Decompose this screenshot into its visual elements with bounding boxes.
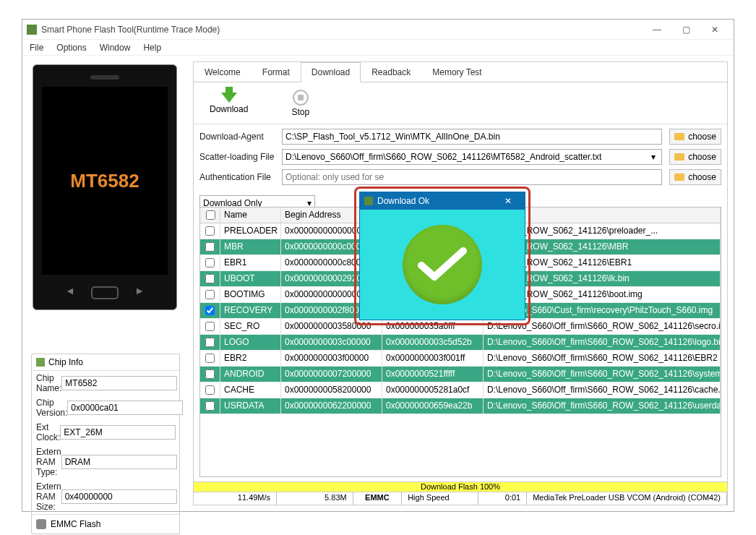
menu-help[interactable]: Help bbox=[143, 43, 161, 53]
row-checkbox[interactable] bbox=[205, 306, 215, 315]
table-row[interactable]: CACHE0x00000000582000000x000000005281a0c… bbox=[200, 382, 721, 398]
table-row[interactable]: EBR20x0000000003f000000x0000000003f001ff… bbox=[200, 351, 721, 367]
row-checkbox[interactable] bbox=[205, 274, 215, 283]
row-checkbox[interactable] bbox=[205, 338, 215, 347]
chip-name-field[interactable] bbox=[61, 376, 177, 390]
status-port: MediaTek PreLoader USB VCOM (Android) (C… bbox=[527, 492, 727, 505]
chip-ver-field[interactable] bbox=[67, 401, 183, 415]
next-icon: ► bbox=[134, 285, 145, 296]
menubar: File Options Window Help bbox=[22, 40, 734, 56]
cell-end-address: 0x00000000659ea22b bbox=[382, 398, 484, 414]
window-title: Smart Phone Flash Tool(Runtime Trace Mod… bbox=[41, 25, 643, 35]
cell-location: D:\Lenovo_S660\Off_firm\S660_ROW_S062_14… bbox=[484, 398, 721, 414]
status-speed: 11.49M/s bbox=[194, 492, 277, 505]
chip-icon bbox=[36, 358, 45, 367]
speaker-icon bbox=[90, 75, 119, 80]
row-checkbox[interactable] bbox=[205, 354, 215, 363]
chevron-down-icon: ▾ bbox=[648, 152, 658, 162]
maximize-button[interactable]: ▢ bbox=[671, 21, 700, 38]
ram-size-field[interactable] bbox=[61, 489, 177, 504]
cell-begin-address: 0x0000000007200000 bbox=[281, 367, 382, 382]
table-row[interactable]: USRDATA0x00000000622000000x00000000659ea… bbox=[200, 398, 721, 414]
row-checkbox[interactable] bbox=[205, 290, 215, 299]
cell-location: D:\Lenovo_S660\Off_firm\S660_ROW_S062_14… bbox=[484, 382, 721, 398]
tab-download[interactable]: Download bbox=[301, 62, 361, 82]
cell-name: PRELOADER bbox=[220, 223, 281, 239]
stop-icon bbox=[293, 90, 309, 106]
row-checkbox[interactable] bbox=[205, 401, 215, 411]
chip-info-panel: Chip Info Chip Name: Chip Version: Ext C… bbox=[31, 354, 180, 534]
tab-format[interactable]: Format bbox=[252, 62, 301, 82]
auth-choose-button[interactable]: choose bbox=[669, 169, 721, 185]
cell-name: SEC_RO bbox=[220, 319, 281, 334]
menu-window[interactable]: Window bbox=[100, 43, 131, 53]
tab-memtest[interactable]: Memory Test bbox=[421, 62, 492, 82]
header-checkbox[interactable] bbox=[206, 210, 215, 220]
label-ext-clock: Ext Clock: bbox=[36, 422, 60, 442]
phone-screen: MT6582 bbox=[42, 87, 168, 275]
table-row[interactable]: ANDROID0x00000000072000000x0000000521fff… bbox=[200, 367, 721, 382]
cell-end-address: 0x0000000003c5d52b bbox=[382, 335, 484, 350]
da-label: Download-Agent bbox=[199, 132, 282, 142]
status-highspeed: High Speed bbox=[402, 492, 478, 505]
toolbar: Download Stop bbox=[194, 82, 727, 124]
status-time: 0:01 bbox=[478, 492, 527, 505]
tab-welcome[interactable]: Welcome bbox=[194, 62, 252, 82]
chip-info-header: Chip Info bbox=[48, 357, 83, 367]
minimize-button[interactable]: — bbox=[643, 21, 671, 38]
row-checkbox[interactable] bbox=[205, 242, 215, 252]
scatter-path-combo[interactable]: D:\Lenovo_S660\Off_firm\S660_ROW_S062_14… bbox=[282, 149, 662, 165]
phone-preview: MT6582 ◄ ► bbox=[33, 64, 177, 310]
dialog-close-button[interactable]: ✕ bbox=[496, 196, 520, 206]
cell-name: BOOTIMG bbox=[220, 287, 281, 302]
col-name: Name bbox=[220, 207, 281, 223]
status-bar: Download Flash 100% 11.49M/s 5.83M EMMC … bbox=[194, 482, 727, 505]
home-icon bbox=[91, 286, 119, 299]
folder-icon bbox=[674, 133, 684, 140]
download-ok-dialog: Download Ok ✕ bbox=[359, 192, 525, 320]
row-checkbox[interactable] bbox=[205, 385, 215, 395]
dialog-app-icon bbox=[364, 197, 373, 205]
tabs: Welcome Format Download Readback Memory … bbox=[194, 62, 727, 82]
da-choose-button[interactable]: choose bbox=[669, 129, 721, 145]
success-check-icon bbox=[403, 225, 482, 304]
dialog-titlebar: Download Ok ✕ bbox=[360, 192, 525, 210]
da-path-field[interactable] bbox=[282, 129, 662, 145]
cell-end-address: 0x0000000003f001ff bbox=[382, 351, 484, 366]
cell-name: MBR bbox=[220, 239, 281, 254]
menu-options[interactable]: Options bbox=[56, 43, 86, 53]
download-arrow-icon bbox=[221, 93, 237, 103]
stop-button[interactable]: Stop bbox=[291, 90, 309, 117]
status-size: 5.83M bbox=[277, 492, 353, 505]
cell-location: D:\Lenovo_S660\Off_firm\S660_ROW_S062_14… bbox=[484, 351, 721, 366]
cell-begin-address: 0x0000000003f00000 bbox=[281, 351, 382, 366]
auth-path-field[interactable] bbox=[282, 169, 662, 185]
status-emmc: EMMC bbox=[353, 492, 402, 505]
auth-label: Authentication File bbox=[199, 172, 282, 182]
label-chip-ver: Chip Version: bbox=[36, 398, 67, 418]
scatter-choose-button[interactable]: choose bbox=[669, 149, 721, 165]
cell-name: EBR1 bbox=[220, 255, 281, 270]
close-button[interactable]: ✕ bbox=[700, 21, 729, 38]
cell-name: EBR2 bbox=[220, 351, 281, 366]
emmc-label: EMMC Flash bbox=[51, 519, 100, 529]
menu-file[interactable]: File bbox=[30, 43, 43, 53]
dialog-title: Download Ok bbox=[377, 196, 429, 206]
ram-type-field[interactable] bbox=[61, 455, 177, 469]
table-row[interactable]: LOGO0x0000000003c000000x0000000003c5d52b… bbox=[200, 335, 721, 351]
titlebar: Smart Phone Flash Tool(Runtime Trace Mod… bbox=[22, 20, 734, 40]
row-checkbox[interactable] bbox=[205, 369, 215, 379]
row-checkbox[interactable] bbox=[205, 258, 215, 268]
cell-location: D:\Lenovo_S660\Off_firm\S660_ROW_S062_14… bbox=[484, 367, 721, 382]
prev-icon: ◄ bbox=[65, 285, 75, 296]
download-button[interactable]: Download bbox=[210, 93, 248, 114]
row-checkbox[interactable] bbox=[205, 322, 215, 331]
cell-begin-address: 0x0000000003c00000 bbox=[281, 335, 382, 350]
ext-clock-field[interactable] bbox=[60, 425, 176, 440]
tab-readback[interactable]: Readback bbox=[361, 62, 421, 82]
cell-name: CACHE bbox=[220, 382, 281, 398]
cell-begin-address: 0x0000000058200000 bbox=[281, 382, 382, 398]
row-checkbox[interactable] bbox=[205, 226, 215, 236]
cell-name: USRDATA bbox=[220, 398, 281, 414]
status-progress: Download Flash 100% bbox=[194, 482, 727, 492]
